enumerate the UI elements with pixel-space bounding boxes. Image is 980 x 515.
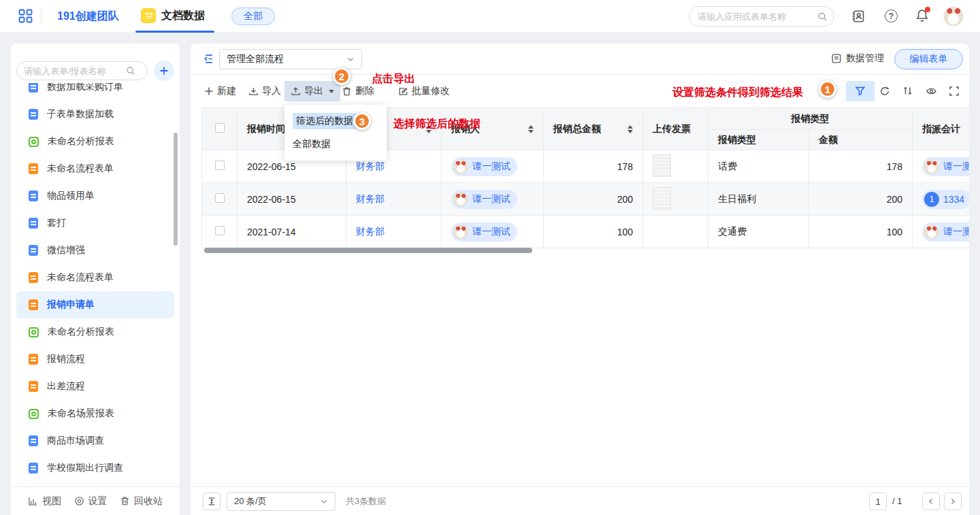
delete-button[interactable]: 删除 [342, 84, 374, 99]
step-badge-3: 3 [353, 112, 371, 130]
help-icon[interactable] [885, 10, 898, 22]
scope-filter-pill[interactable]: 全部 [231, 7, 275, 25]
col-header-amount[interactable]: 金额 [809, 130, 913, 150]
table-row[interactable]: 2021-07-14 财务部 谭一测试 100 交通费 100 谭一测试 [202, 216, 970, 248]
sidebar-search-input[interactable] [24, 66, 126, 76]
total-pages-label: / 1 [892, 487, 902, 515]
data-manage-button[interactable]: 数据管理 [831, 52, 884, 65]
export-caret-icon [329, 90, 334, 93]
global-search-input[interactable] [698, 12, 817, 22]
col-header-total[interactable]: 报销总金额 [544, 108, 643, 150]
edit-form-button[interactable]: 编辑表单 [894, 49, 963, 69]
row-checkbox[interactable] [215, 226, 225, 235]
export-button[interactable]: 导出 [284, 81, 340, 101]
cell-type: 交通费 [708, 216, 809, 248]
data-manage-icon [831, 53, 842, 64]
import-label: 导入 [262, 85, 281, 97]
collapse-sidebar-icon[interactable] [203, 53, 214, 65]
edit-icon [398, 86, 408, 97]
import-button[interactable]: 导入 [248, 84, 281, 99]
user-chip[interactable]: 谭一测试 [451, 157, 517, 176]
notifications-bell-icon[interactable] [915, 8, 929, 23]
sidebar-item-selected[interactable]: 报销申请单 [16, 291, 174, 318]
cell-amount: 200 [809, 183, 913, 216]
recycle-bin-button[interactable]: 回收站 [120, 495, 163, 508]
sidebar-item[interactable]: 微信增强 [16, 237, 174, 264]
row-select-cell [202, 183, 238, 216]
dept-link[interactable]: 财务部 [356, 226, 385, 237]
user-chip[interactable]: 谭一测试 [451, 190, 517, 209]
flow-scope-select[interactable]: 管理全部流程 [219, 49, 362, 69]
row-checkbox[interactable] [215, 193, 225, 203]
user-avatar [924, 225, 939, 239]
sort-icon[interactable] [528, 125, 534, 133]
user-chip[interactable]: 谭一测试 [451, 222, 517, 242]
sidebar-item[interactable]: 未命名场景报表 [16, 400, 174, 427]
address-book-icon[interactable] [851, 10, 865, 23]
sidebar-item[interactable]: 套打 [16, 210, 174, 237]
menu-item-all-data[interactable]: 全部数据 [284, 133, 387, 156]
next-page-button[interactable] [944, 493, 962, 510]
sidebar-item-label: 未命名分析报表 [48, 326, 114, 338]
user-avatar[interactable] [943, 6, 964, 27]
team-name[interactable]: 191创建团队 [57, 10, 119, 24]
sidebar-item[interactable]: 物品领用单 [16, 182, 174, 210]
sidebar-item-label: 子表单数据加载 [47, 108, 114, 120]
user-chip[interactable]: 谭一测试 [922, 222, 969, 242]
table-row[interactable]: 2022-06-15 财务部 谭一测试 200 生日福利 200 11334 [202, 183, 970, 216]
views-button[interactable]: 视图 [28, 495, 61, 508]
horizontal-scrollbar[interactable] [204, 248, 532, 253]
invoice-thumbnail[interactable] [653, 154, 671, 177]
pagination-bar: 20 条/页 共3条数据 1 / 1 [191, 486, 969, 515]
user-number-badge: 1 [924, 192, 939, 207]
show-hide-columns-eye-icon[interactable] [926, 86, 937, 97]
sidebar-item[interactable]: 出差流程 [16, 373, 174, 400]
sidebar-item[interactable]: 未命名分析报表 [16, 128, 174, 155]
menu-item-filtered-data[interactable]: 筛选后的数据 [284, 110, 387, 133]
page-size-select[interactable]: 20 条/页 [227, 492, 336, 511]
col-header-accountant[interactable]: 指派会计 [913, 108, 970, 150]
sort-order-icon[interactable] [902, 85, 913, 97]
dept-link[interactable]: 财务部 [356, 161, 385, 171]
sidebar-item-label: 商品市场调查 [47, 435, 104, 447]
apps-grid-icon[interactable] [18, 9, 33, 23]
col-header-type[interactable]: 报销类型 [708, 130, 809, 150]
sort-icon[interactable] [627, 125, 633, 133]
notification-dot [925, 7, 930, 12]
sidebar-item[interactable]: 未命名流程表单 [16, 264, 174, 291]
invoice-thumbnail[interactable] [653, 187, 671, 210]
row-checkbox[interactable] [215, 161, 225, 170]
add-form-button[interactable] [154, 61, 174, 81]
prev-page-button[interactable] [922, 493, 940, 510]
sidebar-item[interactable]: 学校假期出行调查 [16, 454, 174, 482]
filter-button[interactable] [846, 81, 875, 101]
sidebar-item[interactable]: 数据加载采购订单 [16, 83, 174, 101]
col-header-invoice[interactable]: 上传发票 [643, 108, 708, 150]
search-icon[interactable] [817, 12, 828, 22]
active-tab-underline [135, 31, 214, 33]
new-record-button[interactable]: 新建 [204, 84, 236, 99]
user-chip[interactable]: 11334 [922, 190, 969, 209]
tab-doc-data-label: 文档数据 [161, 9, 205, 23]
sidebar-item[interactable]: 子表单数据加载 [16, 101, 174, 128]
annotation-step-3: 选择筛选后的数据 [393, 117, 480, 131]
fullscreen-icon[interactable] [949, 86, 960, 97]
sidebar-scrollbar[interactable] [174, 133, 178, 246]
current-page-box[interactable]: 1 [869, 493, 887, 510]
sidebar-item[interactable]: 未命名分析报表 [16, 318, 174, 346]
row-height-button[interactable] [203, 493, 220, 510]
tab-doc-data[interactable]: 文档数据 [141, 8, 205, 23]
sidebar-search-icon[interactable] [126, 66, 135, 76]
col-header-time-label: 报销时间 [247, 123, 285, 134]
total-records-label: 共3条数据 [346, 487, 386, 515]
sidebar-item[interactable]: 报销流程 [16, 346, 174, 373]
sidebar-item[interactable]: 未命名流程表单 [16, 155, 174, 182]
dept-link[interactable]: 财务部 [356, 193, 385, 204]
sidebar-item[interactable]: 商品市场调查 [16, 427, 174, 454]
refresh-icon[interactable] [879, 86, 890, 97]
cell-dept: 财务部 [346, 183, 442, 216]
global-search [689, 6, 834, 27]
settings-button[interactable]: 设置 [74, 495, 108, 508]
select-all-checkbox[interactable] [215, 123, 225, 133]
user-chip[interactable]: 谭一测试 [922, 157, 969, 176]
